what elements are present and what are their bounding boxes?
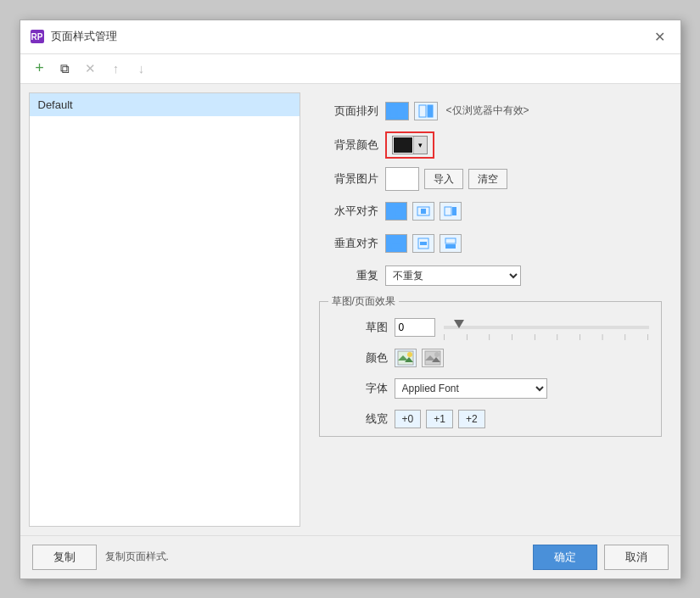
- bg-color-controls: ▾: [385, 131, 662, 159]
- h-align-center-btn[interactable]: [412, 202, 434, 221]
- repeat-label: 重复: [319, 268, 378, 283]
- h-align-left-btn[interactable]: [385, 202, 407, 221]
- sketch-slider-thumb[interactable]: [454, 320, 464, 328]
- h-align-right-btn[interactable]: [440, 202, 462, 221]
- svg-rect-13: [420, 242, 427, 245]
- font-select[interactable]: Applied Font: [395, 378, 547, 399]
- sketch-controls: | | | | | | | | |: [395, 318, 652, 337]
- page-layout-label: 页面排列: [319, 103, 378, 119]
- cancel-button[interactable]: 取消: [604, 545, 669, 570]
- close-button[interactable]: ✕: [649, 27, 670, 47]
- h-align-row: 水平对齐: [319, 199, 662, 223]
- svg-rect-0: [390, 105, 395, 117]
- clear-button[interactable]: 清空: [468, 169, 507, 189]
- bg-image-box: [385, 167, 419, 191]
- v-align-top-btn[interactable]: [385, 234, 407, 253]
- layout-btn-right[interactable]: [414, 102, 438, 120]
- color-thumb-1[interactable]: [395, 349, 417, 367]
- sketch-color-row: 颜色: [328, 346, 652, 370]
- h-align-controls: [385, 202, 662, 221]
- svg-rect-5: [395, 207, 402, 215]
- color-label: 颜色: [328, 350, 388, 366]
- linewidth-row: 线宽 +0 +1 +2: [328, 407, 652, 431]
- import-button[interactable]: 导入: [424, 169, 463, 189]
- settings-panel: 页面排列: [309, 92, 672, 527]
- sketch-row: 草图 | |: [328, 316, 652, 339]
- svg-rect-8: [445, 207, 451, 215]
- v-align-bottom-icon: [444, 238, 457, 249]
- svg-rect-15: [445, 244, 456, 249]
- repeat-select[interactable]: 不重复 水平重复 垂直重复 平铺: [385, 265, 521, 286]
- svg-rect-9: [452, 207, 456, 215]
- v-align-bottom-btn[interactable]: [440, 234, 462, 253]
- color-swatch: [394, 137, 412, 153]
- linewidth-btn-2[interactable]: +2: [458, 410, 485, 428]
- style-list: Default: [29, 92, 300, 527]
- page-layout-hint: <仅浏览器中有效>: [446, 103, 529, 118]
- layout-left-icon: [389, 104, 405, 118]
- font-label: 字体: [328, 381, 388, 396]
- sketch-label: 草图: [328, 320, 388, 335]
- bg-color-label: 背景颜色: [319, 137, 378, 153]
- list-item[interactable]: Default: [30, 93, 300, 116]
- add-button[interactable]: +: [31, 59, 49, 78]
- dialog: RP 页面样式管理 ✕ + ⧉ ✕ ↑ ↓ Default 页面排列: [20, 20, 681, 579]
- color-thumb-2[interactable]: [422, 349, 444, 367]
- h-align-left-icon: [389, 205, 403, 217]
- delete-button[interactable]: ✕: [81, 59, 100, 78]
- bg-color-row: 背景颜色 ▾: [319, 131, 662, 159]
- color-controls: [395, 349, 652, 367]
- linewidth-btn-0[interactable]: +0: [395, 410, 422, 428]
- svg-point-23: [434, 352, 440, 357]
- form-section: 页面排列: [309, 92, 672, 447]
- move-up-button[interactable]: ↑: [107, 59, 126, 78]
- app-icon: RP: [31, 30, 44, 43]
- bg-image-controls: 导入 清空: [385, 167, 662, 191]
- font-controls: Applied Font: [395, 378, 652, 399]
- h-align-center-icon: [417, 205, 430, 217]
- sketch-input[interactable]: [395, 318, 435, 337]
- content-area: Default 页面排列: [20, 84, 680, 535]
- confirm-button[interactable]: 确定: [533, 545, 597, 570]
- copy-button[interactable]: ⧉: [56, 59, 75, 78]
- repeat-row: 重复 不重复 水平重复 垂直重复 平铺: [319, 264, 662, 288]
- sketch-section: 草图/页面效果 草图: [319, 301, 662, 437]
- v-align-top-icon: [389, 238, 403, 249]
- title-bar-left: RP 页面样式管理: [31, 29, 117, 44]
- bg-image-row: 背景图片 导入 清空: [319, 167, 662, 191]
- svg-rect-4: [390, 207, 395, 215]
- dialog-title: 页面样式管理: [51, 29, 117, 44]
- v-align-middle-btn[interactable]: [412, 234, 434, 253]
- move-down-button[interactable]: ↓: [132, 59, 151, 78]
- footer: 复制 复制页面样式. 确定 取消: [20, 535, 680, 578]
- v-align-controls: [385, 234, 662, 253]
- bg-color-highlight: ▾: [385, 131, 434, 159]
- svg-rect-7: [421, 209, 426, 214]
- footer-right: 确定 取消: [533, 545, 669, 570]
- svg-rect-11: [391, 243, 401, 249]
- sketch-rows: 草图 | |: [328, 307, 652, 431]
- svg-rect-2: [419, 105, 426, 117]
- title-bar: RP 页面样式管理 ✕: [20, 20, 680, 54]
- color-picker-button[interactable]: ▾: [392, 136, 428, 154]
- layout-btn-left[interactable]: [385, 102, 409, 120]
- svg-rect-3: [428, 105, 433, 117]
- color-landscape-icon: [397, 350, 414, 366]
- v-align-row: 垂直对齐: [319, 232, 662, 255]
- linewidth-btn-1[interactable]: +1: [426, 410, 453, 428]
- sketch-section-legend: 草图/页面效果: [328, 294, 399, 309]
- color-page-icon: [424, 350, 441, 366]
- font-row: 字体 Applied Font: [328, 377, 652, 400]
- svg-rect-10: [391, 238, 401, 243]
- linewidth-label: 线宽: [328, 411, 388, 427]
- svg-point-19: [407, 352, 412, 357]
- copy-style-label: 复制页面样式.: [105, 550, 169, 564]
- h-align-label: 水平对齐: [319, 204, 378, 219]
- page-layout-row: 页面排列: [319, 99, 662, 123]
- sketch-slider-track: | | | | | | | | |: [444, 326, 649, 329]
- v-align-middle-icon: [417, 238, 430, 249]
- copy-style-button[interactable]: 复制: [32, 545, 97, 570]
- v-align-label: 垂直对齐: [319, 236, 378, 251]
- repeat-controls: 不重复 水平重复 垂直重复 平铺: [385, 265, 662, 286]
- bg-image-label: 背景图片: [319, 171, 378, 187]
